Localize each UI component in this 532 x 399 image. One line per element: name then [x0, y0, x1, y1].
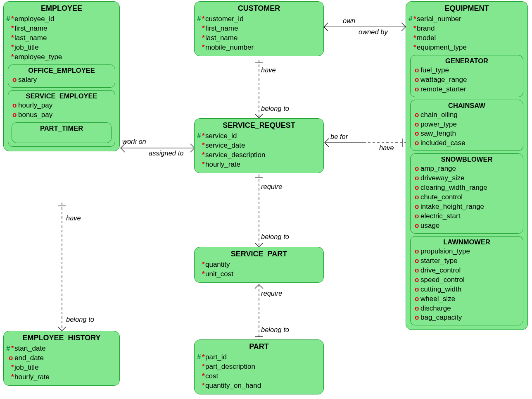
rel-require2: require: [261, 289, 282, 297]
attr: hourly_pay: [18, 101, 52, 109]
attr: salary: [18, 76, 37, 84]
attr: usage: [420, 222, 439, 229]
attr: service_id: [205, 132, 237, 140]
entity-chainsaw: CHAINSAW ochain_oiling opower_type osaw_…: [410, 100, 523, 151]
attr: starter_type: [420, 257, 458, 265]
entity-title: LAWNMOWER: [413, 238, 520, 246]
entity-employee-history: EMPLOYEE_HISTORY #*start_date oend_date …: [3, 331, 120, 386]
attr: hourly_rate: [14, 373, 50, 381]
attr: cost: [205, 372, 218, 380]
attr: intake_height_range: [420, 203, 484, 210]
attr: service_date: [205, 141, 245, 149]
rel-be-for: be for: [330, 133, 348, 141]
entity-customer: CUSTOMER #*customer_id *first_name *last…: [194, 1, 324, 56]
entity-service-part: SERVICE_PART *quantity *unit_cost: [194, 247, 324, 283]
entity-employee: EMPLOYEE #*employee_id *first_name *last…: [3, 1, 120, 151]
entity-title: SERVICE_REQUEST: [198, 121, 320, 130]
attr: mobile_number: [205, 43, 254, 51]
attr: amp_range: [420, 165, 456, 172]
attr: wheel_size: [420, 295, 455, 303]
rel-have2: have: [379, 144, 394, 152]
entity-service-request: SERVICE_REQUEST #*service_id *service_da…: [194, 118, 324, 173]
attr: included_case: [420, 139, 466, 147]
attr: quantity_on_hand: [205, 382, 261, 389]
attr: brand: [417, 24, 435, 32]
attr: fuel_type: [420, 66, 449, 74]
entity-title: SNOWBLOWER: [413, 155, 520, 163]
attr: drive_control: [420, 266, 461, 274]
entity-part: PART #*part_id *part_description *cost *…: [194, 339, 324, 394]
attr: equipment_type: [417, 43, 467, 51]
attr: hourly_rate: [205, 160, 240, 168]
entity-office-employee: OFFICE_EMPLOYEE osalary: [8, 65, 115, 88]
entity-part-timer: PART_TIMER: [12, 122, 112, 143]
attr: serial_number: [417, 15, 461, 23]
attr: model: [417, 34, 436, 42]
attr: part_id: [205, 353, 227, 361]
entity-title: PART: [198, 342, 320, 351]
attr: driveway_size: [420, 174, 465, 182]
attr: last_name: [14, 34, 47, 42]
attr: chute_control: [420, 193, 463, 201]
entity-title: PART_TIMER: [14, 124, 109, 132]
attr: bag_capacity: [420, 313, 462, 321]
rel-assigned-to: assigned to: [149, 149, 183, 157]
entity-lawnmower: LAWNMOWER opropulsion_type ostarter_type…: [410, 236, 523, 326]
entity-title: SERVICE_EMPLOYEE: [11, 92, 112, 100]
attr: start_date: [14, 344, 46, 352]
entity-title: EMPLOYEE_HISTORY: [7, 334, 116, 342]
attr: service_description: [205, 151, 266, 159]
entity-title: CUSTOMER: [198, 4, 320, 13]
attr: cutting_width: [420, 285, 461, 293]
attr: end_date: [14, 354, 44, 362]
attr: remote_starter: [420, 85, 466, 93]
rel-have: have: [261, 66, 276, 74]
rel-belong-to3: belong to: [261, 326, 289, 334]
attr: speed_control: [420, 276, 465, 284]
rel-own: own: [343, 17, 355, 25]
attr: clearing_width_range: [420, 184, 487, 191]
rel-have3: have: [66, 214, 81, 222]
attr: quantity: [205, 260, 230, 268]
attr: electric_start: [420, 212, 460, 220]
entity-title: SERVICE_PART: [198, 250, 320, 258]
rel-require: require: [261, 183, 282, 191]
rel-owned-by: owned by: [359, 28, 388, 36]
entity-title: CHAINSAW: [413, 102, 520, 110]
attr: chain_oiling: [420, 111, 458, 119]
attr: part_description: [205, 363, 255, 370]
entity-title: GENERATOR: [413, 57, 520, 65]
rel-work-on: work on: [122, 138, 146, 146]
entity-service-employee: SERVICE_EMPLOYEE ohourly_pay obonus_pay …: [8, 90, 115, 147]
attr: first_name: [14, 24, 47, 32]
attr: bonus_pay: [18, 111, 52, 119]
attr: wattage_range: [420, 76, 467, 84]
attr: saw_length: [420, 129, 456, 137]
rel-belong-to2: belong to: [261, 233, 289, 241]
attr: propulsion_type: [420, 247, 470, 255]
entity-title: OFFICE_EMPLOYEE: [11, 67, 112, 74]
entity-title: EQUIPMENT: [409, 4, 524, 13]
rel-belong-to4: belong to: [66, 315, 94, 323]
attr: employee_type: [14, 53, 62, 61]
attr: discharge: [420, 304, 451, 312]
attr: job_title: [14, 363, 39, 371]
attr: power_type: [420, 120, 457, 128]
attr: customer_id: [205, 15, 244, 23]
attr: employee_id: [14, 15, 54, 23]
entity-snowblower: SNOWBLOWER oamp_range odriveway_size ocl…: [410, 153, 523, 234]
rel-belong-to: belong to: [261, 105, 289, 112]
attr: last_name: [205, 34, 238, 42]
attr: first_name: [205, 24, 238, 32]
entity-generator: GENERATOR ofuel_type owattage_range orem…: [410, 55, 523, 97]
entity-title: EMPLOYEE: [7, 4, 116, 13]
attr: unit_cost: [205, 270, 233, 278]
entity-equipment: EQUIPMENT #*serial_number *brand *model …: [406, 1, 528, 330]
attr: job_title: [14, 43, 39, 51]
